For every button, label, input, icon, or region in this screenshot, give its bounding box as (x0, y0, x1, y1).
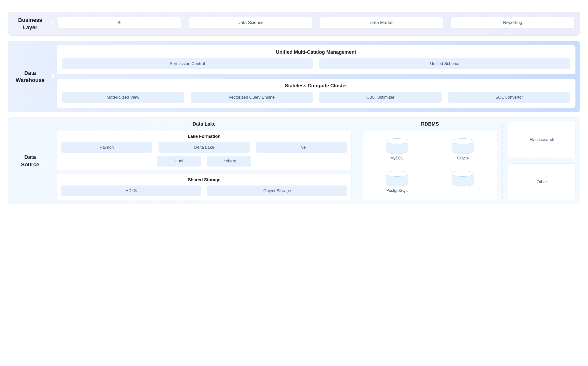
catalog-panel-title: Unified Multi-Catalog Management (62, 49, 570, 55)
compute-panel: Stateless Compute Cluster Materialized V… (57, 79, 576, 108)
shared-storage-title: Shared Storage (61, 177, 347, 183)
catalog-permission-control: Permission Control (62, 58, 313, 69)
database-icon (452, 171, 474, 186)
lake-formation-row1: Paimon Delta Lake Hive (61, 142, 347, 153)
business-layer: Business Layer BI Data Science Data Mark… (8, 12, 580, 36)
db-label: Oracle (457, 156, 469, 160)
shared-storage-row: HDFS Object Storage (61, 185, 347, 196)
business-item-data-science: Data Science (189, 17, 312, 28)
db-postgresql: PostgreSQL (386, 171, 408, 193)
lake-hive: Hive (256, 142, 347, 153)
compute-chip-row: Materialized View Vectorized Query Engin… (62, 92, 570, 103)
db-label: MySQL (391, 156, 404, 160)
lake-hudi: Hudi (157, 156, 201, 167)
data-source-body: Data Lake Lake Formation Paimon Delta La… (52, 118, 580, 204)
db-label: ... (461, 188, 465, 193)
compute-materialized-view: Materialized View (62, 92, 184, 103)
shared-storage-panel: Shared Storage HDFS Object Storage (57, 174, 352, 200)
business-layer-body: BI Data Science Data Market Reporting (52, 12, 580, 35)
data-warehouse-body: Unified Multi-Catalog Management Permiss… (52, 41, 580, 112)
rdbms-title: RDBMS (363, 121, 497, 127)
business-item-reporting: Reporting (451, 17, 575, 28)
compute-panel-title: Stateless Compute Cluster (62, 83, 570, 89)
lake-iceberg: Iceberg (207, 156, 251, 167)
database-icon (452, 138, 474, 154)
data-warehouse-label: Data Warehouse (8, 41, 52, 112)
catalog-unified-schema: Unified Schema (319, 58, 570, 69)
business-item-data-market: Data Market (320, 17, 443, 28)
side-other: Other (508, 163, 576, 201)
compute-sql-convertor: SQL Convertor (448, 92, 571, 103)
db-oracle: Oracle (452, 138, 474, 160)
database-icon (386, 138, 408, 154)
database-icon (386, 171, 408, 186)
compute-cbo-optimizer: CBO Optimizer (319, 92, 442, 103)
storage-hdfs: HDFS (61, 185, 201, 196)
side-elasticsearch: Elasticsearch (508, 121, 576, 158)
catalog-chip-row: Permission Control Unified Schema (62, 58, 570, 69)
side-sources: Elasticsearch Other (503, 121, 576, 200)
data-warehouse-layer: Data Warehouse Unified Multi-Catalog Man… (8, 41, 580, 112)
business-item-bi: BI (58, 17, 181, 28)
db-mysql: MySQL (386, 138, 408, 160)
compute-vectorized-engine: Vectorized Query Engine (191, 92, 313, 103)
lake-delta-lake: Delta Lake (159, 142, 249, 153)
catalog-panel: Unified Multi-Catalog Management Permiss… (57, 45, 576, 74)
db-label: PostgreSQL (386, 188, 408, 193)
business-layer-label: Business Layer (8, 12, 52, 35)
lake-formation-row2: Hudi Iceberg (61, 156, 347, 167)
rdbms-grid: MySQL Oracle PostgreSQL ... (363, 131, 497, 200)
rdbms-block: RDBMS MySQL Oracle PostgreSQL ... (357, 121, 502, 200)
lake-formation-panel: Lake Formation Paimon Delta Lake Hive Hu… (57, 131, 352, 171)
lake-formation-title: Lake Formation (61, 134, 347, 139)
data-source-label: Data Source (8, 118, 52, 204)
business-pill-row: BI Data Science Data Market Reporting (57, 16, 576, 29)
lake-paimon: Paimon (61, 142, 152, 153)
data-lake-block: Data Lake Lake Formation Paimon Delta La… (57, 121, 357, 200)
db-more: ... (452, 171, 474, 193)
data-source-layer: Data Source Data Lake Lake Formation Pai… (8, 118, 580, 204)
storage-object-storage: Object Storage (207, 185, 347, 196)
data-lake-title: Data Lake (57, 121, 352, 127)
